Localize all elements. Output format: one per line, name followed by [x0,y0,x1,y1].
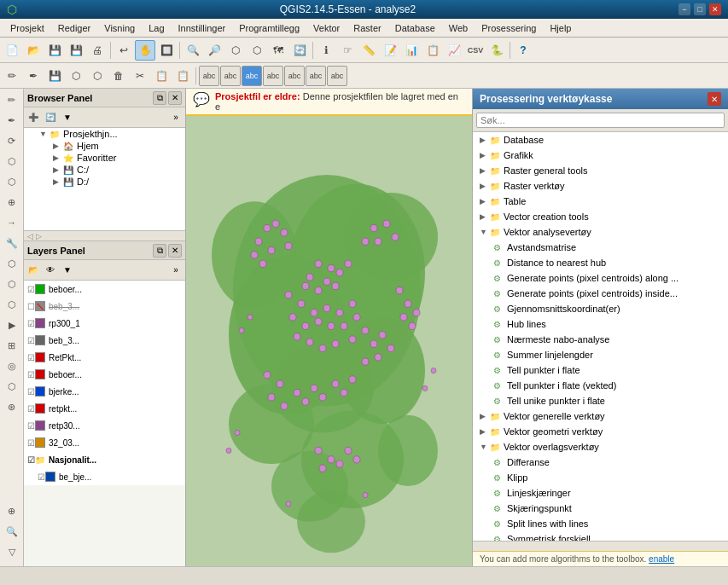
proc-item-database[interactable]: ▶ 📁 Database [473,132,728,148]
new-project-btn[interactable]: 📄 [2,40,22,61]
proc-leaf-skjaeringspunkt[interactable]: ⚙ Skjæringspunkt [473,501,728,516]
proc-item-vector-creation[interactable]: ▶ 📁 Vector creation tools [473,209,728,224]
layers-filter-btn[interactable]: ▼ [60,263,75,278]
proc-item-table[interactable]: ▶ 📁 Table [473,194,728,209]
proc-leaf-generate-points-inside[interactable]: ⚙ Generate points (pixel centroids) insi… [473,286,728,301]
close-button[interactable]: ✕ [709,3,721,15]
left-icon-16[interactable]: ⊛ [3,397,21,416]
layers-panel-dock[interactable]: ⧉ [153,244,166,258]
left-icon-18[interactable]: 🔍 [3,522,21,541]
browser-panel-close[interactable]: ✕ [168,91,182,105]
cut-feature-btn[interactable]: ✂ [130,66,150,86]
label4-btn[interactable]: abc [263,66,283,86]
layer-beb3-1[interactable]: ☐ beb_3... [24,298,185,315]
left-icon-4[interactable]: ⬡ [3,152,21,171]
menu-programtillegg[interactable]: Programtillegg [232,21,306,35]
left-icon-3[interactable]: ⟳ [3,131,21,150]
browser-refresh-btn[interactable]: 🔄 [43,110,58,125]
proc-search-input[interactable] [476,113,725,128]
tree-item-prosjekthjn[interactable]: ▼ 📁 Prosjekthjn... [24,128,185,140]
proc-leaf-tell-unike-punkter[interactable]: ⚙ Tell unike punkter i flate [473,393,728,408]
left-icon-8[interactable]: 🔧 [3,234,21,252]
stat-btn[interactable]: 📈 [444,40,464,61]
toggle-edit-btn[interactable]: ⬡ [66,66,86,86]
attr-table-btn[interactable]: 📋 [422,40,443,61]
proc-item-vektor-generelle[interactable]: ▶ 📁 Vektor generelle verktøy [473,408,728,424]
left-icon-5[interactable]: ⬡ [3,172,21,191]
layers-open-btn[interactable]: 📂 [26,263,41,278]
left-icon-19[interactable]: ▽ [3,542,21,561]
paste-feature-btn[interactable]: 📋 [172,66,193,86]
minimize-button[interactable]: − [678,3,690,15]
proc-leaf-hub-lines[interactable]: ⚙ Hub lines [473,316,728,332]
menu-web[interactable]: Web [442,21,475,35]
proc-leaf-split-lines[interactable]: ⚙ Split lines with lines [473,516,728,531]
identify-btn[interactable]: ℹ [316,40,336,61]
menu-innstillinger[interactable]: Innstillinger [172,21,233,35]
proc-leaf-tell-punkter-vekted[interactable]: ⚙ Tell punkter i flate (vekted) [473,378,728,393]
proc-item-raster-general[interactable]: ▶ 📁 Raster general tools [473,163,728,178]
layer-beb3-2[interactable]: ☑ beb_3... [24,332,185,349]
menu-hjelp[interactable]: Hjelp [543,21,578,35]
menu-raster[interactable]: Raster [347,21,387,35]
browser-filter-btn[interactable]: ▼ [60,110,75,125]
python-btn[interactable]: 🐍 [486,40,507,61]
undo-btn[interactable]: ↩ [114,40,134,61]
proc-leaf-avstandsmatrise[interactable]: ⚙ Avstandsmatrise [473,240,728,255]
proc-leaf-generate-points-along[interactable]: ⚙ Generate points (pixel centroids) alon… [473,270,728,286]
edit-pencil-btn[interactable]: ✏ [2,66,22,86]
left-icon-13[interactable]: ⊞ [3,336,21,355]
left-icon-9[interactable]: ⬡ [3,254,21,273]
left-icon-15[interactable]: ⬡ [3,377,21,396]
csv-btn[interactable]: CSV [465,40,486,61]
proc-enable-link[interactable]: enable [649,554,674,564]
proc-item-vektor-geometri[interactable]: ▶ 📁 Vektor geometri verktøy [473,424,728,439]
proc-item-vektor-analyse[interactable]: ▼ 📁 Vektor analysevertøy [473,224,728,240]
left-icon-14[interactable]: ◎ [3,356,21,375]
browser-panel-dock[interactable]: ⧉ [153,91,166,105]
left-icon-2[interactable]: ✒ [3,111,21,130]
proc-item-vektor-overlags[interactable]: ▼ 📁 Vektor overlagsverktøy [473,439,728,455]
proc-leaf-distance-nearest-hub[interactable]: ⚙ Distance to nearest hub [473,255,728,270]
zoom-out-btn[interactable]: 🔎 [204,40,224,61]
menu-visning[interactable]: Visning [97,21,142,35]
label6-btn[interactable]: abc [306,66,326,86]
proc-leaf-tell-punkter-flate[interactable]: ⚙ Tell punkter i flate [473,362,728,378]
proc-leaf-summer-linjelengder[interactable]: ⚙ Summer linjelengder [473,347,728,362]
field-calc-btn[interactable]: 📊 [401,40,422,61]
proc-leaf-naermeste-nabo[interactable]: ⚙ Nærmeste nabo-analyse [473,332,728,347]
layer-beboer2[interactable]: ☑ beboer... [24,366,185,383]
pan-btn[interactable]: ✋ [135,40,155,61]
left-icon-7[interactable]: → [3,213,21,232]
layer-retpkt1[interactable]: ☑ RetPkt... [24,349,185,366]
browser-collapse-btn[interactable]: » [168,110,183,125]
browser-add-btn[interactable]: ➕ [26,110,41,125]
layers-visible-btn[interactable]: 👁 [43,263,58,278]
save-as-btn[interactable]: 💾 [66,40,86,61]
copy-feature-btn[interactable]: 📋 [151,66,172,86]
zoom-in-btn[interactable]: 🔍 [183,40,203,61]
browser-scroll-h[interactable]: ◁ ▷ [24,230,185,240]
label7-btn[interactable]: abc [327,66,347,86]
tree-item-hjem[interactable]: ▶ 🏠 Hjem [24,140,185,152]
proc-leaf-gjennomsnitt[interactable]: ⚙ Gjennomsnittskoordinat(er) [473,301,728,316]
layer-nasjonalit[interactable]: ☑ 📁 Nasjonalit... [24,451,185,468]
layer-32-03[interactable]: ☑ 32_03... [24,434,185,451]
proc-leaf-symmetrisk-forskjell[interactable]: ⚙ Symmetrisk forskjell [473,531,728,541]
refresh-btn[interactable]: 🔄 [289,40,310,61]
menu-prosessering[interactable]: Prosessering [475,21,543,35]
zoom-layer-btn[interactable]: ⬡ [247,40,267,61]
tree-item-c-drive[interactable]: ▶ 💾 C:/ [24,164,185,176]
maximize-button[interactable]: □ [694,3,706,15]
proc-item-raster-verktoey[interactable]: ▶ 📁 Raster verktøy [473,178,728,194]
menu-rediger[interactable]: Rediger [51,21,98,35]
label5-btn[interactable]: abc [284,66,305,86]
layer-bjerke[interactable]: ☑ bjerke... [24,383,185,400]
layer-retp30-1[interactable]: ☑ retp30... [24,417,185,434]
label2-btn[interactable]: abc [220,66,241,86]
pan-map-btn[interactable]: 🗺 [268,40,288,61]
proc-item-grafikk[interactable]: ▶ 📁 Grafikk [473,148,728,163]
menu-prosjekt[interactable]: Prosjekt [3,21,51,35]
zoom-full-btn[interactable]: ⬡ [225,40,246,61]
menu-database[interactable]: Database [388,21,442,35]
